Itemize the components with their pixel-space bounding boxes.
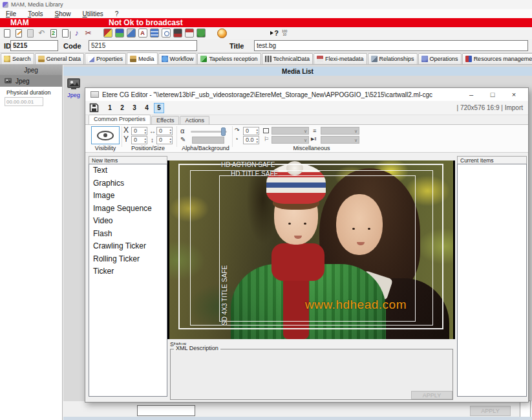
alpha-slider[interactable] <box>191 131 227 133</box>
menubar: File Tools Show Utilities ? <box>0 9 532 18</box>
edit-document-icon[interactable] <box>14 28 23 38</box>
playlist-icon[interactable] <box>149 28 159 38</box>
media-thumbnail-jpeg[interactable]: Jpeg <box>63 76 84 98</box>
id-field[interactable] <box>10 40 58 51</box>
tab-search[interactable]: Search <box>1 53 34 64</box>
code-field[interactable] <box>89 40 197 51</box>
new-item-video[interactable]: Video <box>89 215 167 228</box>
menu-file[interactable]: File <box>0 10 22 17</box>
tab-effects[interactable]: Effects <box>151 116 179 124</box>
align-icon: ≡ <box>313 127 316 134</box>
undo-icon[interactable]: ↶ <box>37 28 47 38</box>
cut-icon[interactable]: ✂ <box>83 28 93 38</box>
page-button-4[interactable]: 4 <box>142 103 152 113</box>
media-footer-input[interactable] <box>137 405 195 416</box>
tv-icon[interactable] <box>184 28 194 38</box>
tab-label: Search <box>12 56 31 62</box>
x-position-stepper[interactable]: 0 <box>131 127 147 135</box>
tab-resources-management[interactable]: Resources management <box>462 53 532 64</box>
new-item-image[interactable]: Image <box>89 190 167 203</box>
width-stepper[interactable]: 0 <box>156 127 173 135</box>
media-manager-icon[interactable] <box>114 28 124 38</box>
new-item-text[interactable]: Text <box>89 164 167 177</box>
rotation-stepper[interactable]: 0 <box>243 127 259 135</box>
page-button-3[interactable]: 3 <box>129 103 140 113</box>
tab-flexi-metadata[interactable]: Flexi-metadata <box>314 53 367 64</box>
operations-icon <box>421 56 428 62</box>
maximize-button[interactable]: □ <box>484 89 502 100</box>
media-item-jpeg[interactable]: Jpeg <box>0 75 62 87</box>
save-icon[interactable] <box>89 103 99 113</box>
background-color-swatch[interactable] <box>192 137 224 144</box>
audio-icon[interactable]: ♪ <box>72 28 81 38</box>
flag-icon: ⚐ <box>264 136 269 142</box>
media-side-panel-corner <box>520 401 531 417</box>
page-button-5[interactable]: 5 <box>154 103 164 113</box>
title-field[interactable] <box>254 40 528 51</box>
tab-workflow[interactable]: Workflow <box>158 53 197 64</box>
tab-general-data[interactable]: General Data <box>35 53 85 64</box>
new-item-graphics[interactable]: Graphics <box>89 177 167 190</box>
playback-dropdown[interactable] <box>321 136 359 144</box>
current-items-list[interactable] <box>457 164 527 397</box>
menu-tools[interactable]: Tools <box>22 10 48 17</box>
y-position-stepper[interactable]: 0 <box>131 136 147 144</box>
new-item-crawling-ticker[interactable]: Crawling Ticker <box>89 240 167 253</box>
visibility-toggle-button[interactable] <box>91 126 120 144</box>
new-item-flash[interactable]: Flash <box>89 228 167 241</box>
dialog-toolbar: 1 2 3 4 5 | 720x576 16:9 | Import <box>85 101 528 115</box>
close-button[interactable]: × <box>505 89 523 100</box>
folder-icon <box>38 56 45 62</box>
format-info: | 720x576 16:9 | Import <box>457 104 523 111</box>
align-dropdown[interactable] <box>321 127 359 135</box>
menu-utilities[interactable]: Utilities <box>77 10 109 17</box>
copy-icon[interactable] <box>60 28 70 38</box>
tab-technical-data[interactable]: TechnicalData <box>262 53 314 64</box>
tab-common-properties[interactable]: Common Properties <box>89 115 151 124</box>
play-icon[interactable] <box>217 28 227 38</box>
main-toolbar: ↶ 2 ♪ ✂ A ? 100 10 <box>0 27 532 39</box>
media-apply-button[interactable]: APPLY <box>470 406 511 416</box>
alert-app-name: MAM <box>10 18 29 27</box>
tab-media[interactable]: Media <box>127 52 158 64</box>
new-item-rolling-ticker[interactable]: Rolling Ticker <box>89 253 167 266</box>
play-pause-icon: ▶‖ <box>311 137 316 142</box>
page-button-2[interactable]: 2 <box>117 103 127 113</box>
export-icon[interactable] <box>126 28 136 38</box>
report-icon[interactable] <box>173 28 182 38</box>
tab-relationships[interactable]: Relationships <box>368 53 418 64</box>
tab-label: Workflow <box>170 56 194 62</box>
tab-actions[interactable]: Actions <box>180 116 209 124</box>
new-item-image-sequence[interactable]: Image Sequence <box>89 203 167 216</box>
tab-properties[interactable]: Properties <box>85 53 126 64</box>
new-document-icon[interactable] <box>2 28 12 38</box>
alpha-slider-thumb[interactable] <box>221 127 226 136</box>
cg-preview-canvas[interactable]: HD ACTION SAFE HD TITLE SAFE SD 4X3 TITL… <box>167 160 455 339</box>
favorite-icon[interactable] <box>196 28 206 38</box>
crop-dropdown[interactable] <box>271 127 309 135</box>
help-icon[interactable]: ? <box>270 28 279 38</box>
dialog-apply-button[interactable]: APPLY <box>411 391 452 399</box>
tab-label: Properties <box>96 56 123 62</box>
search-document-icon[interactable] <box>161 28 171 38</box>
delay-stepper[interactable]: 0.0 <box>243 136 259 144</box>
menu-help[interactable]: ? <box>109 10 125 17</box>
new-item-ticker[interactable]: Ticker <box>89 265 167 278</box>
tab-operations[interactable]: Operations <box>418 53 462 64</box>
dialog-tabbar: Common Properties Effects Actions <box>85 115 528 125</box>
archive-icon[interactable] <box>103 28 112 38</box>
tab-tapeless-reception[interactable]: Tapeless reception <box>197 53 261 64</box>
metadata-icon[interactable]: A <box>138 28 147 38</box>
properties-ribbon: Visibility X Y 0 0 ↔ ↕ 0 0 Position/Size… <box>85 125 528 153</box>
window-title: MAM, Media Library <box>11 1 63 8</box>
page-button-1[interactable]: 1 <box>105 103 115 113</box>
flag-dropdown[interactable] <box>271 136 309 144</box>
height-stepper[interactable]: 0 <box>156 136 173 144</box>
save-icon[interactable] <box>25 28 35 38</box>
alpha-background-group-label: Alpha/Background <box>180 145 231 151</box>
document-2-icon[interactable]: 2 <box>48 28 58 38</box>
flexi-metadata-icon <box>317 56 323 62</box>
minimize-button[interactable]: – <box>462 89 480 100</box>
menu-show[interactable]: Show <box>48 10 76 17</box>
physical-duration-field[interactable] <box>5 97 43 106</box>
